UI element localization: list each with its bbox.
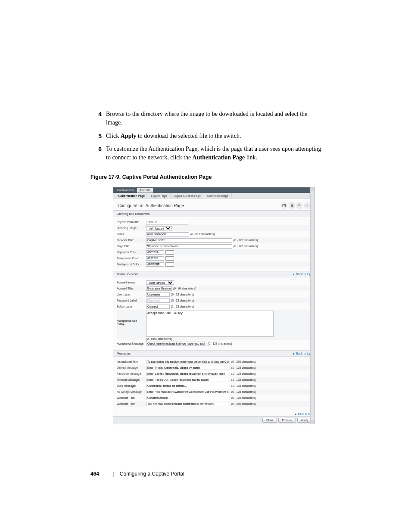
back-to-top-link[interactable]: ▲ Back to top — [292, 352, 311, 355]
color-picker-button[interactable]: ... — [165, 250, 174, 255]
label-browser-title: Browser Title: — [117, 239, 146, 242]
clear-button[interactable]: Clear — [262, 418, 277, 423]
back-to-top-link[interactable]: ▲ Back to top — [294, 412, 312, 415]
label-account-title: Account Title: — [117, 287, 146, 290]
password-label-input[interactable] — [146, 299, 170, 303]
section-messages: Messages ▲ Back to top — [113, 350, 314, 357]
value-captive-id: Default — [146, 220, 188, 225]
tab-row-primary: Configuration (English) — [113, 187, 314, 193]
welcome-text-input[interactable] — [146, 402, 230, 406]
tab-download-image[interactable]: Download Image — [204, 193, 232, 198]
print-icon[interactable]: 🖶 — [289, 202, 295, 208]
timeout-input[interactable] — [146, 378, 230, 382]
tab-logout-success-page[interactable]: Logout Success Page — [171, 193, 204, 198]
label-noaccept: No Accept Message: — [117, 390, 146, 393]
accept-msg-input[interactable] — [146, 342, 206, 346]
label-welcome-text: Welcome Text: — [117, 402, 146, 405]
step-text: Browse to the directory where the image … — [106, 110, 323, 128]
label-user-label: User Label: — [117, 293, 146, 296]
step-text: To customize the Authentication Page, wh… — [106, 145, 323, 162]
section-greeting: Greeting and Resources — [113, 211, 314, 217]
figure-caption: Figure 17-9. Captive Portal Authenticati… — [90, 174, 323, 180]
tab-row-secondary: Authentication Page Logout Page Logout S… — [113, 193, 314, 199]
footer-section: Configuring a Captive Portal — [120, 471, 184, 477]
label-button-label: Button Label: — [117, 305, 146, 308]
label-resource: Resource Message: — [117, 372, 146, 375]
bg-color-input[interactable] — [146, 262, 164, 267]
page-number: 464 — [90, 471, 99, 477]
step-num: 5 — [90, 132, 102, 140]
label-fg-color: Foreground Color: — [117, 257, 146, 260]
tab-logout-page[interactable]: Logout Page — [148, 193, 171, 198]
preview-button[interactable]: Preview — [278, 418, 296, 423]
denied-input[interactable] — [146, 366, 230, 370]
step-6: 6 To customize the Authentication Page, … — [90, 145, 323, 162]
page-title-input[interactable] — [146, 244, 232, 249]
resource-input[interactable] — [146, 372, 230, 376]
label-timeout: Timeout Message: — [117, 378, 146, 381]
tab-authentication-page[interactable]: Authentication Page — [115, 193, 148, 198]
label-policy: Acceptance Use Policy: — [117, 319, 146, 325]
label-accept-msg: Acceptance Message: — [117, 342, 146, 345]
color-picker-button[interactable]: ... — [165, 256, 174, 261]
button-row: Clear Preview Apply — [113, 416, 314, 424]
browser-title-input[interactable] — [146, 238, 232, 243]
help-icon[interactable]: ? — [304, 202, 310, 208]
color-picker-button[interactable]: ... — [165, 262, 174, 267]
back-to-top-link[interactable]: ▲ Back to top — [292, 273, 311, 276]
label-busy: Busy Message: — [117, 384, 146, 387]
label-account-image: Account Image: — [117, 281, 146, 284]
page-footer: 464 | Configuring a Captive Portal — [90, 471, 323, 477]
label-fonts: Fonts: — [117, 233, 146, 236]
refresh-icon[interactable]: ⟳ — [296, 202, 302, 208]
account-image-select[interactable]: login_key.jpg — [146, 280, 174, 285]
label-sep-color: Separator Color: — [117, 251, 146, 254]
button-label-input[interactable] — [146, 305, 170, 309]
label-branding: Branding Image: — [117, 227, 146, 230]
fg-color-input[interactable] — [146, 256, 164, 261]
branding-select[interactable]: dell_logo.gif — [146, 226, 172, 230]
label-denied: Denied Message: — [117, 366, 146, 369]
busy-input[interactable] — [146, 384, 230, 388]
policy-textarea[interactable]: Acceptance Use Policy — [146, 311, 274, 337]
welcome-title-input[interactable] — [146, 396, 230, 400]
label-captive-id: Captive Portal ID: — [117, 221, 146, 224]
section-textual: Textual Content ▲ Back to top — [113, 271, 314, 277]
step-num: 4 — [90, 110, 102, 128]
step-num: 6 — [90, 145, 102, 162]
label-bg-color: Background Color: — [117, 263, 146, 266]
step-4: 4 Browse to the directory where the imag… — [90, 110, 323, 128]
tab-english[interactable]: (English) — [137, 188, 154, 193]
step-text: Click Apply to download the selected fil… — [106, 132, 323, 140]
step-5: 5 Click Apply to download the selected f… — [90, 132, 323, 140]
save-icon[interactable]: 💾 — [281, 202, 287, 208]
apply-button[interactable]: Apply — [297, 418, 312, 423]
page-title: Configuration: Authentication Page — [118, 203, 184, 208]
user-label-input[interactable] — [146, 292, 170, 297]
scrollbar[interactable] — [310, 187, 314, 424]
label-password-label: Password Label: — [117, 299, 146, 302]
titlebar: Configuration: Authentication Page 💾 🖶 ⟳… — [113, 199, 314, 211]
noaccept-input[interactable] — [146, 390, 230, 394]
fonts-input[interactable] — [146, 232, 189, 236]
instructional-input[interactable] — [146, 360, 230, 364]
label-instructional: Instructional Text: — [117, 360, 146, 363]
tab-configuration[interactable]: Configuration — [115, 188, 137, 193]
account-title-input[interactable] — [146, 286, 172, 291]
label-welcome-title: Welcome Title: — [117, 396, 146, 399]
label-page-title: Page Title: — [117, 245, 146, 248]
sep-color-input[interactable] — [146, 250, 164, 255]
screenshot-panel: Configuration (English) Authentication P… — [113, 187, 315, 424]
